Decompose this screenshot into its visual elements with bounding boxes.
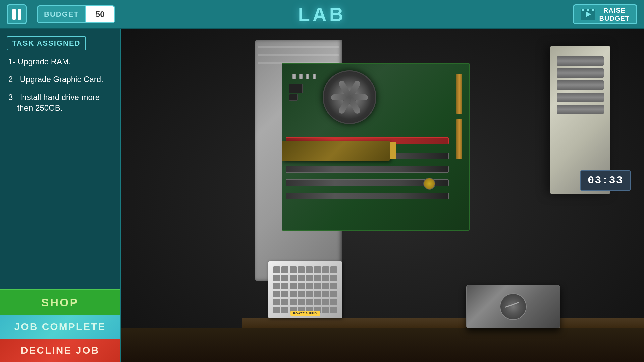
ram-slot-2	[456, 119, 462, 159]
game-scene: POWER SUPPLY 03:33	[121, 29, 644, 362]
task-item-2: 2 - Upgrade Graphic Card.	[7, 74, 113, 84]
vent-line	[557, 105, 604, 114]
chip	[289, 94, 298, 101]
raise-budget-label: RAISEBUDGET	[599, 6, 630, 22]
psu-label: POWER SUPPLY	[290, 311, 320, 316]
gpu-connector	[390, 142, 396, 159]
budget-area: BUDGET 50	[37, 5, 115, 23]
task-assigned-badge: TASK ASSIGNED	[7, 36, 86, 50]
graphics-card[interactable]	[282, 141, 390, 161]
page-title: LAB	[298, 3, 346, 25]
header: BUDGET 50 LAB RAISEBUDGET	[0, 0, 644, 29]
shop-button[interactable]: SHOP	[0, 289, 120, 315]
task-area: TASK ASSIGNED 1- Upgrade RAM. 2 - Upgrad…	[0, 29, 120, 289]
decline-job-label: DECLINE JOB	[21, 345, 100, 356]
left-panel: TASK ASSIGNED 1- Upgrade RAM. 2 - Upgrad…	[0, 29, 121, 362]
budget-value: 50	[85, 5, 115, 23]
capacitor	[306, 74, 309, 79]
vent-line	[557, 68, 604, 78]
chip	[289, 84, 303, 93]
pcie-slot-3	[286, 166, 449, 173]
vent-line	[557, 56, 604, 66]
hard-drive[interactable]	[466, 285, 560, 328]
decline-job-button[interactable]: DECLINE JOB	[0, 339, 120, 362]
hdd-platter	[500, 293, 527, 320]
task-item-1: 1- Upgrade RAM.	[7, 56, 113, 67]
job-complete-button[interactable]: JOB COMPLETE	[0, 315, 120, 339]
floor	[121, 328, 644, 362]
main-area: TASK ASSIGNED 1- Upgrade RAM. 2 - Upgrad…	[0, 29, 644, 362]
vent-line	[557, 93, 604, 102]
video-icon	[581, 9, 595, 20]
pause-icon	[12, 9, 21, 20]
raise-budget-button[interactable]: RAISEBUDGET	[573, 4, 637, 24]
countdown-timer: 03:33	[580, 170, 631, 191]
pause-button[interactable]	[7, 4, 27, 24]
capacitor	[313, 74, 316, 79]
cmos-battery	[423, 178, 435, 190]
motherboard[interactable]	[282, 63, 470, 231]
capacitor	[292, 74, 296, 79]
table-surface	[241, 318, 644, 328]
cpu-fan	[323, 70, 376, 124]
pcie-slot-5	[286, 193, 449, 199]
hdd-arm	[505, 302, 519, 308]
vent-line	[557, 80, 604, 90]
task-item-3: 3 - Install hard drive more then 250GB.	[7, 92, 113, 113]
capacitor	[299, 74, 303, 79]
power-supply: POWER SUPPLY	[268, 261, 342, 318]
ram-slot-1	[456, 74, 462, 114]
budget-label: BUDGET	[37, 5, 85, 23]
